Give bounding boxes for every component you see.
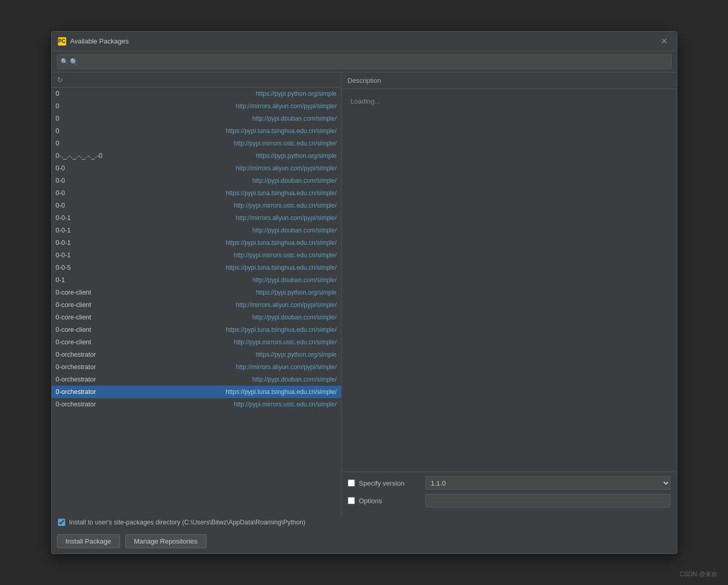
package-name: 0-0	[56, 165, 65, 172]
list-item[interactable]: 0http://pypi.douban.com/simple/	[52, 112, 341, 125]
list-item[interactable]: 0-orchestratorhttp://pypi.douban.com/sim…	[52, 373, 341, 386]
package-name: 0-orchestrator	[56, 388, 96, 396]
package-url: https://pypi.tuna.tsinghua.edu.cn/simple…	[226, 326, 336, 333]
watermark: CSDN @末欢	[679, 570, 718, 579]
package-name: 0-0-1	[56, 214, 71, 222]
package-name: 0-0	[56, 202, 65, 209]
list-item[interactable]: 0-0http://pypi.douban.com/simple/	[52, 174, 341, 187]
package-url: https://pypi.tuna.tsinghua.edu.cn/simple…	[226, 239, 336, 246]
options-label[interactable]: Options	[359, 497, 421, 505]
options-checkbox[interactable]	[348, 497, 355, 504]
package-url: https://pypi.tuna.tsinghua.edu.cn/simple…	[226, 189, 336, 197]
list-item[interactable]: 0-0http://pypi.mirrors.ustc.edu.cn/simpl…	[52, 199, 341, 212]
package-name: 0-core-client	[56, 289, 92, 296]
package-url: http://pypi.douban.com/simple/	[252, 227, 337, 234]
install-package-button[interactable]: Install Package	[57, 534, 120, 548]
list-item[interactable]: 0-orchestratorhttps://pypi.python.org/si…	[52, 348, 341, 361]
package-url: http://pypi.douban.com/simple/	[252, 115, 337, 122]
list-item[interactable]: 0https://pypi.python.org/simple	[52, 87, 341, 100]
description-content: Loading...	[345, 92, 674, 469]
package-name: 0-orchestrator	[56, 351, 96, 358]
list-item[interactable]: 0-0-5https://pypi.tuna.tsinghua.edu.cn/s…	[52, 261, 341, 274]
list-item[interactable]: 0-0https://pypi.tuna.tsinghua.edu.cn/sim…	[52, 187, 341, 199]
options-row: Options	[348, 494, 671, 507]
package-name: 0-orchestrator	[56, 363, 96, 371]
package-url: https://pypi.python.org/simple	[256, 152, 336, 159]
list-item[interactable]: 0-core-clienthttp://mirrors.aliyun.com/p…	[52, 299, 341, 311]
package-name: 0-orchestrator	[56, 401, 96, 408]
list-item[interactable]: 0https://pypi.tuna.tsinghua.edu.cn/simpl…	[52, 125, 341, 137]
list-item[interactable]: 0-orchestratorhttps://pypi.tuna.tsinghua…	[52, 386, 341, 398]
version-select[interactable]: 1.1.0	[425, 476, 671, 490]
package-url: http://pypi.mirrors.ustc.edu.cn/simple/	[234, 140, 337, 147]
package-url: https://pypi.tuna.tsinghua.edu.cn/simple…	[226, 388, 336, 396]
list-item[interactable]: 0-._.-._.-._.-._.-0https://pypi.python.o…	[52, 150, 341, 162]
package-name: 0-1	[56, 276, 65, 284]
package-name: 0	[56, 127, 60, 135]
package-url: https://pypi.python.org/simple	[256, 289, 336, 296]
list-item[interactable]: 0-core-clienthttp://pypi.douban.com/simp…	[52, 311, 341, 324]
list-item[interactable]: 0-0-1http://pypi.douban.com/simple/	[52, 224, 341, 237]
package-url: http://mirrors.aliyun.com/pypi/simple/	[236, 103, 337, 110]
install-site-checkbox[interactable]	[58, 519, 65, 526]
list-item[interactable]: 0-core-clienthttp://pypi.mirrors.ustc.ed…	[52, 336, 341, 348]
package-url: http://pypi.mirrors.ustc.edu.cn/simple/	[234, 401, 337, 408]
refresh-button[interactable]: ↻	[56, 75, 64, 85]
package-url: https://pypi.tuna.tsinghua.edu.cn/simple…	[226, 127, 336, 135]
specify-version-label[interactable]: Specify version	[359, 479, 421, 487]
package-url: http://mirrors.aliyun.com/pypi/simple/	[236, 363, 337, 371]
toolbar: ↻	[52, 72, 341, 87]
package-name: 0-0-1	[56, 239, 71, 246]
list-item[interactable]: 0-0-1http://pypi.mirrors.ustc.edu.cn/sim…	[52, 249, 341, 261]
right-panel: Description Loading... Specify version 1…	[341, 72, 677, 516]
package-list[interactable]: 0https://pypi.python.org/simple0http://m…	[52, 87, 341, 516]
package-name: 0	[56, 103, 60, 110]
install-site-section: Install to user's site-packages director…	[52, 516, 677, 529]
description-header: Description	[341, 72, 677, 89]
package-name: 0	[56, 115, 60, 122]
package-name: 0-orchestrator	[56, 376, 96, 383]
package-url: http://mirrors.aliyun.com/pypi/simple/	[236, 301, 337, 309]
package-name: 0-core-client	[56, 326, 92, 333]
list-item[interactable]: 0http://pypi.mirrors.ustc.edu.cn/simple/	[52, 137, 341, 150]
package-url: http://mirrors.aliyun.com/pypi/simple/	[236, 214, 337, 222]
package-name: 0-0	[56, 189, 65, 197]
specify-version-row: Specify version 1.1.0	[348, 476, 671, 490]
title-bar-left: PC Available Packages	[58, 37, 129, 46]
title-bar: PC Available Packages ✕	[52, 32, 677, 51]
package-name: 0-0-1	[56, 252, 71, 259]
list-item[interactable]: 0-1http://pypi.douban.com/simple/	[52, 274, 341, 286]
package-name: 0	[56, 140, 60, 147]
package-name: 0	[56, 90, 60, 97]
package-url: http://pypi.mirrors.ustc.edu.cn/simple/	[234, 252, 337, 259]
search-wrapper: 🔍	[57, 54, 672, 69]
package-url: http://pypi.douban.com/simple/	[252, 177, 337, 184]
close-button[interactable]: ✕	[658, 35, 671, 47]
list-item[interactable]: 0-0http://mirrors.aliyun.com/pypi/simple…	[52, 162, 341, 174]
list-item[interactable]: 0http://mirrors.aliyun.com/pypi/simple/	[52, 100, 341, 112]
list-item[interactable]: 0-orchestratorhttp://mirrors.aliyun.com/…	[52, 361, 341, 373]
package-name: 0-core-client	[56, 339, 92, 346]
manage-repositories-button[interactable]: Manage Repositories	[125, 534, 206, 548]
list-item[interactable]: 0-core-clienthttps://pypi.tuna.tsinghua.…	[52, 324, 341, 336]
package-name: 0-core-client	[56, 314, 92, 321]
options-input[interactable]	[425, 494, 671, 507]
package-name: 0-0-1	[56, 227, 71, 234]
specify-version-checkbox[interactable]	[348, 479, 355, 487]
search-input[interactable]	[57, 54, 672, 69]
available-packages-dialog: PC Available Packages ✕ 🔍 ↻ 0https://pyp…	[51, 31, 677, 554]
search-icon: 🔍	[61, 58, 68, 65]
package-name: 0-0	[56, 177, 65, 184]
package-url: https://pypi.tuna.tsinghua.edu.cn/simple…	[226, 264, 336, 271]
list-item[interactable]: 0-orchestratorhttp://pypi.mirrors.ustc.e…	[52, 398, 341, 411]
list-item[interactable]: 0-core-clienthttps://pypi.python.org/sim…	[52, 286, 341, 299]
package-url: https://pypi.python.org/simple	[256, 90, 336, 97]
list-item[interactable]: 0-0-1http://mirrors.aliyun.com/pypi/simp…	[52, 212, 341, 224]
list-item[interactable]: 0-0-1https://pypi.tuna.tsinghua.edu.cn/s…	[52, 237, 341, 249]
install-site-label[interactable]: Install to user's site-packages director…	[69, 519, 306, 526]
package-url: http://pypi.douban.com/simple/	[252, 276, 337, 284]
package-url: http://pypi.douban.com/simple/	[252, 314, 337, 321]
options-section: Specify version 1.1.0 Options	[341, 472, 677, 516]
package-url: http://mirrors.aliyun.com/pypi/simple/	[236, 165, 337, 172]
package-url: https://pypi.python.org/simple	[256, 351, 336, 358]
